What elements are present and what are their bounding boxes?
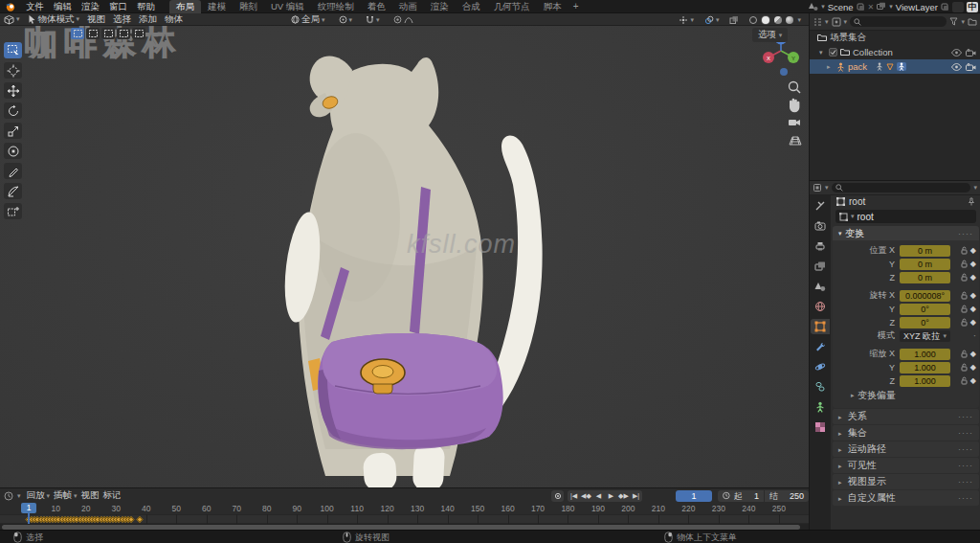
transform-orientation-selector[interactable]: 全局▾ [287,13,329,26]
workspace-tab-10[interactable]: 脚本 [537,0,568,13]
rotation-mode-select[interactable]: XYZ 欧拉▾ [900,330,950,342]
properties-tab-output[interactable] [811,238,830,254]
value-field[interactable]: 0 m [900,245,950,257]
properties-tab-object-data[interactable] [811,399,830,415]
viewlayer-new-icon[interactable] [941,3,949,11]
topbar-menu-4[interactable]: 帮助 [132,1,160,11]
properties-tab-tool[interactable] [811,198,830,214]
tool-move[interactable] [4,82,22,99]
keyframe-diamond-icon[interactable]: ◆ [970,247,976,255]
delta-transform-subpanel[interactable]: ▸变换偏量 [837,389,974,402]
outliner-row-pack[interactable]: ▸ pack [810,59,980,74]
workspace-tab-0[interactable]: 布局 [169,0,201,13]
lock-icon[interactable] [961,318,968,327]
vertex-groups-icon[interactable] [886,63,894,71]
pivot-point-selector[interactable]: ▾ [335,15,357,24]
viewport-3d[interactable] [0,26,809,487]
timeline-editor-icon[interactable] [4,491,13,501]
select-mode-option-3[interactable] [117,28,130,39]
properties-tab-modifiers[interactable] [811,339,830,354]
snap-toggle[interactable]: ▾ [362,15,384,24]
workspace-tab-2[interactable]: 雕刻 [233,0,264,13]
properties-options-chevron[interactable]: ▾ [973,184,977,192]
add-workspace-button[interactable]: + [568,1,584,11]
pin-icon[interactable] [968,197,975,206]
workspace-tab-5[interactable]: 着色 [361,0,392,13]
workspace-tab-9[interactable]: 几何节点 [487,0,537,13]
tool-cursor[interactable] [4,62,22,79]
timeline-menu-1[interactable]: 插帧 ▾ [52,489,79,502]
value-field[interactable]: 0 m [900,259,950,270]
end-frame-field[interactable]: 结束250 [765,490,809,502]
jump-to-end-button[interactable]: ▶| [630,490,642,502]
new-collection-icon[interactable] [968,17,977,26]
object-name-field[interactable]: ▾ root [835,210,976,223]
outliner-row-scene-collection[interactable]: 场景集合 [810,31,980,45]
lock-icon[interactable] [961,350,968,358]
lock-icon[interactable] [961,246,968,255]
properties-tab-object[interactable] [811,319,830,334]
keyframe-diamond-icon[interactable]: ◆ [970,319,976,327]
properties-tab-scene[interactable] [811,279,830,294]
prev-keyframe-button[interactable]: ◀◆ [580,490,592,502]
proportional-edit-toggle[interactable] [390,15,417,24]
value-field[interactable]: 1.000 [900,362,950,373]
shading-material-button[interactable] [774,16,782,24]
outliner-editor-icon[interactable] [813,17,822,27]
hide-eye-icon[interactable] [951,49,962,57]
viewlayer-selector[interactable]: ViewLayer [896,2,938,12]
lock-icon[interactable] [961,260,968,268]
section-5[interactable]: ▸ 自定义属性···· [833,490,979,506]
scene-selector-chevron[interactable]: ▾ [821,3,825,11]
workspace-tab-6[interactable]: 动画 [392,0,424,13]
lock-icon[interactable] [961,291,968,300]
viewport-menu-3[interactable]: 物体 [161,13,187,26]
select-mode-option-2[interactable] [101,28,115,39]
tool-transform[interactable] [4,143,22,159]
outliner-search-input[interactable] [850,16,947,27]
keyframe-diamond-icon[interactable]: ◆ [970,364,976,372]
value-field[interactable]: 1.000 [900,375,950,387]
shading-solid-button[interactable] [761,15,770,25]
tool-rotate[interactable] [4,102,22,119]
shading-options-chevron[interactable]: ▾ [797,16,801,24]
play-reverse-button[interactable]: ◀ [592,490,605,502]
lock-icon[interactable] [961,305,968,313]
timeline-menu-2[interactable]: 视图 [79,489,101,502]
section-2[interactable]: ▸ 运动路径···· [833,441,979,457]
outliner-display-mode-icon[interactable] [832,17,841,27]
options-dropdown[interactable]: 选项 ▾ [752,28,788,42]
pose-mode-icon[interactable] [897,62,906,71]
scene-unlink-icon[interactable]: ✕ [868,3,875,11]
jump-to-start-button[interactable]: |◀ [568,490,580,502]
timeline-editor-chevron[interactable]: ▾ [17,492,21,500]
tool-select-box[interactable] [4,42,22,58]
timeline-menu-0[interactable]: 回放 ▾ [25,489,53,502]
outliner-row-collection[interactable]: ▾ Collection [810,45,980,59]
hide-eye-icon[interactable] [951,63,962,71]
viewlayer-selector-chevron[interactable]: ▾ [889,3,893,11]
properties-tab-world[interactable] [811,299,830,314]
lock-icon[interactable] [961,363,968,372]
gizmo-toggle[interactable]: ▾ [675,15,698,25]
value-field[interactable]: 1.000 [900,349,950,360]
lock-icon[interactable] [961,273,968,282]
select-mode-option-4[interactable] [132,28,145,39]
topbar-menu-3[interactable]: 窗口 [104,1,132,11]
outliner-display-chevron[interactable]: ▾ [844,18,848,26]
keyframe-diamond-icon[interactable]: ◆ [970,377,976,385]
shading-wireframe-button[interactable] [749,16,757,24]
viewport-menu-2[interactable]: 添加 [135,13,161,26]
workspace-tab-1[interactable]: 建模 [201,0,233,13]
properties-tab-texture[interactable] [811,419,830,435]
viewport-menu-0[interactable]: 视图 [83,13,109,26]
properties-tab-constraints[interactable] [811,379,830,395]
topbar-menu-2[interactable]: 渲染 [77,1,104,11]
collection-checkbox[interactable] [829,48,837,57]
workspace-tab-7[interactable]: 渲染 [424,0,456,13]
select-mode-option-0[interactable] [71,28,84,39]
timeline-menu-3[interactable]: 标记 [101,489,123,502]
auto-key-button[interactable] [551,490,564,502]
properties-tab-view-layer[interactable] [811,259,830,274]
playhead-badge[interactable]: 1 [21,503,36,513]
